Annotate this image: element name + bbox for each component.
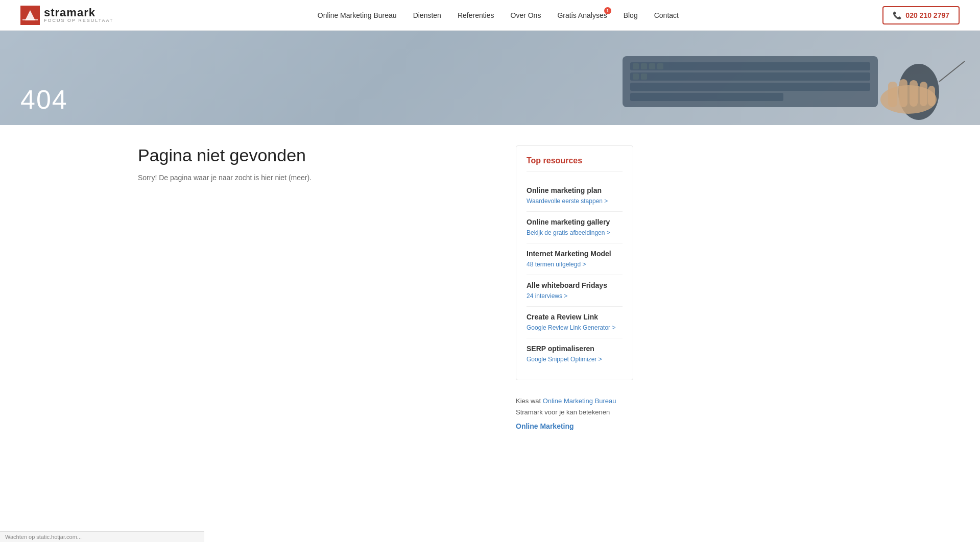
resource-item-1: Online marketing plan Waardevolle eerste… bbox=[527, 180, 623, 212]
svg-rect-7 bbox=[633, 63, 639, 69]
top-resources-box: Top resources Online marketing plan Waar… bbox=[516, 145, 633, 380]
sidebar: Top resources Online marketing plan Waar… bbox=[516, 145, 633, 430]
svg-rect-6 bbox=[630, 93, 783, 101]
resource-link-5[interactable]: Google Review Link Generator > bbox=[527, 324, 615, 331]
svg-rect-5 bbox=[630, 83, 870, 91]
svg-rect-10 bbox=[657, 63, 663, 69]
resource-title-5: Create a Review Link bbox=[527, 313, 623, 321]
resource-item-3: Internet Marketing Model 48 termen uitge… bbox=[527, 243, 623, 275]
nav-item-blog[interactable]: Blog bbox=[624, 11, 638, 19]
page-title: Pagina niet gevonden bbox=[138, 145, 495, 165]
page-subtitle: Sorry! De pagina waar je naar zocht is h… bbox=[138, 174, 495, 182]
resource-link-6[interactable]: Google Snippet Optimizer > bbox=[527, 356, 602, 363]
resource-link-4[interactable]: 24 interviews > bbox=[527, 292, 567, 300]
resource-title-3: Internet Marketing Model bbox=[527, 250, 623, 258]
svg-rect-8 bbox=[641, 63, 647, 69]
svg-rect-9 bbox=[649, 63, 655, 69]
error-code: 404 bbox=[20, 84, 68, 115]
footer-note: Kies wat Online Marketing Bureau Stramar… bbox=[516, 396, 633, 418]
nav-badge: 1 bbox=[604, 7, 611, 14]
logo-icon bbox=[20, 6, 40, 25]
footer-suffix: Stramark voor je kan betekenen bbox=[516, 408, 610, 416]
main-content: Pagina niet gevonden Sorry! De pagina wa… bbox=[0, 125, 980, 451]
logo[interactable]: stramark FOCUS OP RESULTAAT bbox=[20, 6, 113, 25]
nav-item-gratis-analyses[interactable]: Gratis Analyses 1 bbox=[557, 11, 607, 19]
nav-item-referenties[interactable]: Referenties bbox=[458, 11, 494, 19]
hero-banner: 404 bbox=[0, 31, 980, 125]
header: stramark FOCUS OP RESULTAAT Online Marke… bbox=[0, 0, 980, 31]
resource-title-2: Online marketing gallery bbox=[527, 218, 623, 226]
svg-rect-16 bbox=[888, 82, 897, 107]
resource-title-4: Alle whiteboard Fridays bbox=[527, 281, 623, 289]
svg-rect-4 bbox=[630, 72, 870, 81]
footer-online-marketing-link[interactable]: Online Marketing bbox=[516, 422, 633, 430]
phone-icon: 📞 bbox=[893, 11, 901, 19]
footer-brand-link[interactable]: Online Marketing Bureau bbox=[543, 397, 616, 405]
resource-item-5: Create a Review Link Google Review Link … bbox=[527, 307, 623, 338]
footer-prefix: Kies wat bbox=[516, 397, 543, 405]
nav-item-contact[interactable]: Contact bbox=[654, 11, 679, 19]
resource-item-4: Alle whiteboard Fridays 24 interviews > bbox=[527, 275, 623, 307]
brand-tagline: FOCUS OP RESULTAAT bbox=[44, 18, 113, 23]
svg-rect-3 bbox=[630, 62, 870, 70]
resource-link-2[interactable]: Bekijk de gratis afbeeldingen > bbox=[527, 229, 610, 236]
svg-rect-12 bbox=[641, 73, 647, 80]
logo-text: stramark FOCUS OP RESULTAAT bbox=[44, 7, 113, 23]
resource-item-2: Online marketing gallery Bekijk de grati… bbox=[527, 212, 623, 243]
phone-button[interactable]: 📞 020 210 2797 bbox=[882, 6, 960, 24]
resources-title: Top resources bbox=[527, 156, 623, 172]
resource-title-1: Online marketing plan bbox=[527, 186, 623, 194]
svg-rect-18 bbox=[910, 80, 918, 107]
svg-rect-17 bbox=[899, 79, 907, 107]
svg-line-14 bbox=[939, 61, 965, 82]
brand-name: stramark bbox=[44, 7, 113, 18]
svg-rect-1 bbox=[22, 19, 38, 20]
phone-number: 020 210 2797 bbox=[905, 11, 949, 19]
resource-title-6: SERP optimaliseren bbox=[527, 344, 623, 353]
content-area: Pagina niet gevonden Sorry! De pagina wa… bbox=[138, 145, 495, 430]
svg-rect-19 bbox=[920, 82, 927, 106]
hero-image bbox=[520, 31, 980, 125]
nav-item-over-ons[interactable]: Over Ons bbox=[511, 11, 541, 19]
svg-rect-20 bbox=[928, 86, 935, 106]
nav-item-diensten[interactable]: Diensten bbox=[413, 11, 441, 19]
resource-link-1[interactable]: Waardevolle eerste stappen > bbox=[527, 198, 608, 205]
nav-item-online-marketing-bureau[interactable]: Online Marketing Bureau bbox=[318, 11, 397, 19]
svg-rect-11 bbox=[633, 73, 639, 80]
resource-item-6: SERP optimaliseren Google Snippet Optimi… bbox=[527, 338, 623, 369]
resource-link-3[interactable]: 48 termen uitgelegd > bbox=[527, 261, 586, 268]
main-nav: Online Marketing Bureau Diensten Referen… bbox=[318, 11, 679, 19]
